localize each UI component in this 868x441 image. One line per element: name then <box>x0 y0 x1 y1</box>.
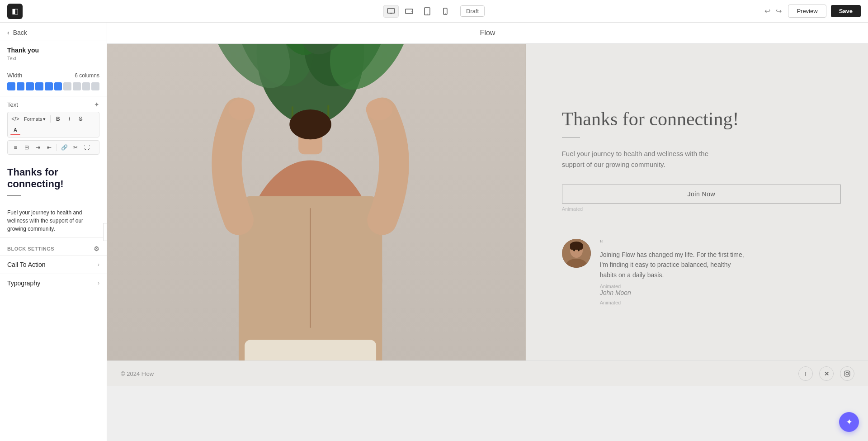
preview-button[interactable]: Preview <box>788 5 826 18</box>
preview-heading: Thanks for connecting! <box>7 166 99 190</box>
text-editor-area: Text ✦ </> Formats ▾ B I S A ≡ ⊟ ⇥ <box>0 96 107 162</box>
sidebar-collapse-handle[interactable]: ‹ <box>103 223 107 241</box>
section-title: Thank you <box>0 41 107 55</box>
width-control: Width 6 columns <box>0 66 107 96</box>
instagram-icon[interactable] <box>840 366 854 381</box>
text-section-label: Text <box>7 101 18 108</box>
italic-btn[interactable]: I <box>64 114 74 124</box>
width-label: Width <box>7 72 22 79</box>
svg-point-4 <box>411 11 412 12</box>
app-logo[interactable]: ◧ <box>7 4 23 19</box>
column-dots[interactable] <box>7 82 99 90</box>
hero-body: Fuel your journey to health and wellness… <box>562 148 725 170</box>
toolbar-divider-1 <box>50 115 51 123</box>
back-nav[interactable]: ‹ Back <box>0 23 107 41</box>
bold-btn[interactable]: B <box>53 114 63 124</box>
svg-rect-35 <box>844 371 850 376</box>
width-value: 6 columns <box>75 72 99 79</box>
viewport-mobile-btn[interactable] <box>438 5 453 18</box>
block-settings: BLOCK SETTINGS ⚙ Call To Action › Typogr… <box>0 237 107 297</box>
facebook-icon[interactable]: f <box>798 366 813 381</box>
col-dot-2[interactable] <box>17 82 25 90</box>
strikethrough-btn[interactable]: S <box>75 114 85 124</box>
col-dot-5[interactable] <box>45 82 53 90</box>
svg-rect-0 <box>387 9 395 13</box>
text-section-header: Text ✦ <box>7 101 99 108</box>
indent-btn[interactable]: ⇥ <box>33 142 43 152</box>
website-content: Thanks for connecting! Fuel your journey… <box>107 44 868 441</box>
hero-image <box>107 44 526 360</box>
typography-chevron-icon: › <box>98 280 99 286</box>
hero-image-side <box>107 44 526 360</box>
svg-point-36 <box>846 372 849 375</box>
top-bar-left: ◧ <box>7 4 23 19</box>
toolbar-divider-2 <box>57 144 57 151</box>
text-toolbar-row2: ≡ ⊟ ⇥ ⇤ 🔗 ✂ ⛶ <box>7 140 99 155</box>
col-dot-9[interactable] <box>82 82 90 90</box>
twitter-x-icon[interactable]: ✕ <box>819 366 834 381</box>
save-button[interactable]: Save <box>831 5 861 17</box>
settings-gear-icon[interactable]: ⚙ <box>94 245 100 252</box>
svg-point-12 <box>228 99 255 120</box>
col-dot-8[interactable] <box>73 82 81 90</box>
col-dot-3[interactable] <box>26 82 34 90</box>
hero-divider <box>562 137 580 138</box>
bullet-list-btn[interactable]: ≡ <box>10 142 20 152</box>
draft-badge[interactable]: Draft <box>460 5 485 17</box>
block-settings-label: BLOCK SETTINGS <box>7 246 54 251</box>
col-dot-6[interactable] <box>54 82 62 90</box>
formats-chevron-icon: ▾ <box>43 116 46 122</box>
cta-chevron-icon: › <box>98 261 99 268</box>
svg-point-37 <box>849 372 849 372</box>
col-dot-1[interactable] <box>7 82 15 90</box>
top-bar-center: Draft <box>383 5 485 18</box>
viewport-tablet-landscape-btn[interactable] <box>401 5 417 18</box>
expand-btn[interactable]: ⛶ <box>82 142 92 152</box>
col-dot-10[interactable] <box>91 82 99 90</box>
testimonial-area: “ Joining Flow has changed my life. For … <box>562 239 841 305</box>
outdent-btn[interactable]: ⇤ <box>44 142 54 152</box>
footer-copyright: © 2024 Flow <box>121 370 154 377</box>
undo-button[interactable]: ↩ <box>763 5 772 17</box>
avatar-animated-label: Animated <box>600 284 841 289</box>
quote-mark: “ <box>600 239 841 248</box>
formats-btn[interactable]: Formats ▾ <box>22 115 48 123</box>
svg-rect-14 <box>245 340 376 360</box>
section-sub: Text <box>0 55 107 66</box>
formats-label: Formats <box>24 116 42 122</box>
site-footer: © 2024 Flow f ✕ <box>107 360 868 386</box>
settings-icon[interactable]: ✦ <box>94 101 99 108</box>
svg-point-6 <box>427 14 428 14</box>
typography-label: Typography <box>7 280 40 287</box>
ordered-list-btn[interactable]: ⊟ <box>22 142 32 152</box>
hero-section: Thanks for connecting! Fuel your journey… <box>107 44 868 360</box>
preview-text-area[interactable]: Thanks for connecting! Fuel your journey… <box>0 162 107 237</box>
code-btn[interactable]: </> <box>10 114 20 124</box>
hero-right-side: Thanks for connecting! Fuel your journey… <box>526 44 868 360</box>
svg-point-33 <box>578 249 580 251</box>
color-btn[interactable]: A <box>10 125 20 135</box>
fab-button[interactable]: ✦ <box>839 412 859 432</box>
join-now-button[interactable]: Join Now <box>562 185 841 204</box>
sidebar: ‹ Back Thank you Text Width 6 columns <box>0 23 107 441</box>
canvas-area: Flow <box>107 23 868 441</box>
block-settings-header: BLOCK SETTINGS ⚙ <box>0 242 107 255</box>
svg-point-13 <box>366 99 392 120</box>
back-label: Back <box>13 29 27 36</box>
col-dot-7[interactable] <box>63 82 71 90</box>
testimonial-name: John Moon <box>600 289 841 296</box>
link-btn[interactable]: 🔗 <box>59 142 69 152</box>
unlink-btn[interactable]: ✂ <box>71 142 80 152</box>
typography-settings-item[interactable]: Typography › <box>0 274 107 292</box>
website-preview[interactable]: Thanks for connecting! Fuel your journey… <box>107 44 868 441</box>
viewport-desktop-btn[interactable] <box>383 5 399 18</box>
svg-rect-31 <box>570 243 583 250</box>
hero-title: Thanks for connecting! <box>562 108 841 130</box>
cta-settings-item[interactable]: Call To Action › <box>0 255 107 274</box>
preview-body: Fuel your journey to health and wellness… <box>7 209 99 233</box>
col-dot-4[interactable] <box>35 82 43 90</box>
chevron-left-icon: ‹ <box>7 29 9 36</box>
redo-button[interactable]: ↪ <box>774 5 783 17</box>
viewport-tablet-portrait-btn[interactable] <box>420 5 435 18</box>
page-title: Flow <box>480 29 495 37</box>
